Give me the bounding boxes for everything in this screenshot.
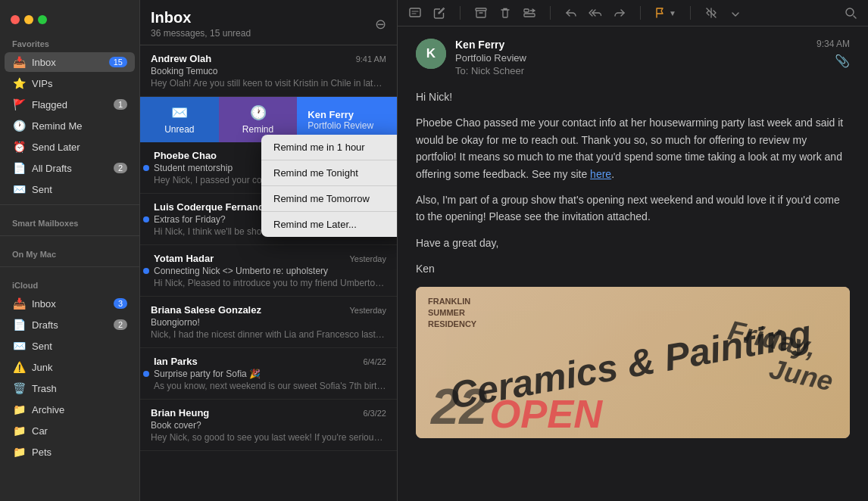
more-button[interactable] xyxy=(729,6,742,20)
inbox-badge: 15 xyxy=(109,57,127,67)
invitation-content: FRANKLINSUMMERRESIDENCY Ceramics & Paint… xyxy=(416,287,850,438)
msg-subject: Book cover? xyxy=(151,420,386,431)
clock-icon: 🕐 xyxy=(12,119,26,132)
email-body: Hi Nick! Phoebe Chao passed me your cont… xyxy=(416,89,850,278)
svg-rect-3 xyxy=(524,14,535,17)
icloud-drafts-badge: 2 xyxy=(114,319,127,330)
sidebar-item-vips[interactable]: ⭐ VIPs xyxy=(5,73,135,93)
message-item-ian-parks[interactable]: Ian Parks 6/4/22 Surprise party for Sofi… xyxy=(140,348,397,400)
new-message-button[interactable] xyxy=(408,6,422,20)
flag-caret[interactable]: ▼ xyxy=(669,9,676,17)
svg-point-5 xyxy=(846,8,854,16)
mute-button[interactable] xyxy=(704,6,718,20)
msg-subject: Surprise party for Sofia 🎉 xyxy=(154,369,386,379)
msg-top: Andrew Olah 9:41 AM xyxy=(151,53,386,64)
sidebar-item-flagged[interactable]: 🚩 Flagged 1 xyxy=(5,95,135,114)
email-content: K Ken Ferry Portfolio Review To: Nick Sc… xyxy=(398,26,868,501)
favorites-label: Favorites xyxy=(0,30,139,51)
maximize-button[interactable] xyxy=(38,15,47,24)
message-item-ken-ferry[interactable]: ✉️ Unread 🕐 Remind Ken Ferry Portfolio R… xyxy=(140,97,397,142)
sidebar-item-sent[interactable]: ✉️ Sent xyxy=(5,179,135,199)
sidebar-item-inbox[interactable]: 📥 Inbox 15 xyxy=(5,52,135,72)
message-item-yotam-hadar[interactable]: Yotam Hadar Yesterday Connecting Nick <>… xyxy=(140,245,397,297)
message-item-brian-heung[interactable]: Brian Heung 6/3/22 Book cover? Hey Nick,… xyxy=(140,400,397,451)
sidebar-item-car[interactable]: 📁 Car xyxy=(5,421,135,440)
msg-sender: Phoebe Chao xyxy=(154,150,217,161)
email-meta: Ken Ferry Portfolio Review To: Nick Sche… xyxy=(455,39,807,76)
folder-icon: 📁 xyxy=(12,445,26,459)
message-item-andrew-olah[interactable]: Andrew Olah 9:41 AM Booking Temuco Hey O… xyxy=(140,45,397,97)
msg-subject: Connecting Nick <> Umberto re: upholster… xyxy=(154,266,386,276)
svg-text:June: June xyxy=(767,353,835,397)
flag-icon: 🚩 xyxy=(12,98,26,111)
msg-sender: Ian Parks xyxy=(154,356,198,367)
forward-button[interactable] xyxy=(613,6,626,20)
msg-preview: As you know, next weekend is our sweet S… xyxy=(154,381,386,391)
compose-button[interactable] xyxy=(432,6,446,20)
sidebar-item-label: Inbox xyxy=(32,298,108,310)
sidebar-item-remind-me[interactable]: 🕐 Remind Me xyxy=(5,116,135,135)
unread-icon: ✉️ xyxy=(171,104,188,121)
sidebar-item-junk[interactable]: ⚠️ Junk xyxy=(5,357,135,377)
close-button[interactable] xyxy=(11,15,20,24)
minimize-button[interactable] xyxy=(24,15,33,24)
sidebar-item-trash[interactable]: 🗑️ Trash xyxy=(5,378,135,398)
email-time: 9:34 AM xyxy=(816,39,850,49)
email-time-attach: 9:34 AM 📎 xyxy=(816,39,850,68)
reply-button[interactable] xyxy=(564,6,578,20)
inbox-subtitle: 36 messages, 15 unread xyxy=(151,28,251,39)
msg-preview: Hey Olah! Are you still keen to visit Kr… xyxy=(151,78,386,89)
email-view: ▼ K Ken Ferry Portfolio Review To: Nick … xyxy=(398,0,868,501)
sender-name: Ken Ferry xyxy=(455,39,807,51)
sidebar-item-label: Junk xyxy=(32,362,127,373)
remind-tomorrow[interactable]: Remind me Tomorrow xyxy=(261,185,397,211)
ken-card-subject: Portfolio Review xyxy=(308,120,373,131)
remind-1hour[interactable]: Remind me in 1 hour xyxy=(261,135,397,160)
delete-button[interactable] xyxy=(498,6,512,20)
sent-icon: ✉️ xyxy=(12,182,26,196)
msg-sender: Luis Coderque Fernandez xyxy=(154,201,275,213)
email-subject: Portfolio Review xyxy=(455,52,807,64)
sidebar-item-label: Archive xyxy=(32,404,127,415)
junk-icon: ⚠️ xyxy=(12,360,26,374)
sidebar-item-archive[interactable]: 📁 Archive xyxy=(5,400,135,419)
msg-time: 6/4/22 xyxy=(363,357,386,366)
msg-time: Yesterday xyxy=(349,254,386,263)
body-greeting: Hi Nick! xyxy=(416,89,850,105)
search-button[interactable] xyxy=(844,6,857,20)
filter-button[interactable]: ⊖ xyxy=(375,16,386,33)
toolbar-separator xyxy=(690,6,691,20)
message-list: Inbox 36 messages, 15 unread ⊖ Andrew Ol… xyxy=(140,0,398,501)
sidebar-item-label: Pets xyxy=(32,447,127,458)
msg-time: 9:41 AM xyxy=(356,54,386,64)
archive-button[interactable] xyxy=(474,6,488,20)
sidebar-item-all-drafts[interactable]: 📄 All Drafts 2 xyxy=(5,158,135,178)
sidebar-item-label: Car xyxy=(32,425,127,437)
move-button[interactable] xyxy=(523,6,536,20)
svg-rect-1 xyxy=(476,8,486,11)
sidebar-item-label: Trash xyxy=(32,383,127,394)
sidebar-item-pets[interactable]: 📁 Pets xyxy=(5,442,135,462)
msg-top: Briana Salese Gonzalez Yesterday xyxy=(151,304,386,316)
msg-sender: Brian Heung xyxy=(151,407,209,419)
ken-card-text: Ken Ferry Portfolio Review xyxy=(308,109,373,131)
inbox-icon: 📥 xyxy=(12,55,26,69)
body-paragraph-2: Also, I'm part of a group show that's op… xyxy=(416,191,850,226)
sidebar-item-send-later[interactable]: ⏰ Send Later xyxy=(5,137,135,157)
remind-icon: 🕐 xyxy=(250,104,267,121)
message-item-briana-salese[interactable]: Briana Salese Gonzalez Yesterday Buongio… xyxy=(140,297,397,348)
sidebar-item-label: Sent xyxy=(32,184,127,195)
remind-later[interactable]: Remind me Later... xyxy=(261,211,397,237)
mark-unread-button[interactable]: ✉️ Unread xyxy=(140,97,219,142)
msg-preview: Hey Nick, so good to see you last week! … xyxy=(151,432,386,443)
reply-all-button[interactable] xyxy=(589,6,602,20)
sidebar-item-icloud-drafts[interactable]: 📄 Drafts 2 xyxy=(5,315,135,335)
remind-dropdown: Remind me in 1 hour Remind me Tonight Re… xyxy=(261,135,397,237)
site-link[interactable]: here xyxy=(590,168,611,180)
remind-tonight[interactable]: Remind me Tonight xyxy=(261,160,397,185)
sidebar: Favorites 📥 Inbox 15 ⭐ VIPs 🚩 Flagged 1 … xyxy=(0,0,140,501)
sidebar-item-icloud-sent[interactable]: ✉️ Sent xyxy=(5,336,135,356)
sidebar-item-icloud-inbox[interactable]: 📥 Inbox 3 xyxy=(5,294,135,313)
flag-button[interactable]: ▼ xyxy=(654,7,676,19)
on-my-mac-label: On My Mac xyxy=(0,241,139,262)
